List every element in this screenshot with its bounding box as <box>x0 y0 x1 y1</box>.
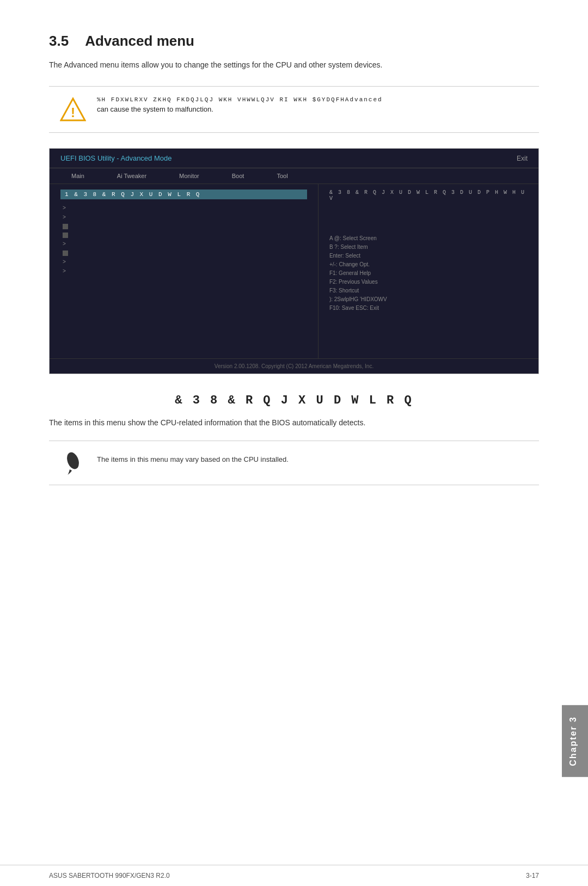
arrow-icon-5: > <box>63 241 66 247</box>
bios-screenshot: UEFI BIOS Utility - Advanced Mode Exit M… <box>49 148 539 374</box>
arrow-icon-7: > <box>63 259 66 265</box>
note-text: The items in this menu may vary based on… <box>97 450 289 465</box>
cpu-config-description: The items in this menu show the CPU-rela… <box>49 417 539 429</box>
bios-menu-monitor: Monitor <box>179 173 199 179</box>
svg-point-2 <box>65 451 81 471</box>
section-number: 3.5 <box>49 33 69 50</box>
warning-box: ! %H FDXWLRXV ZKHQ FKDQJLQJ WKH VHWWLQJV… <box>49 86 539 133</box>
help-key-5: F1: General Help <box>329 269 528 278</box>
section-title: Advanced menu <box>85 33 194 50</box>
bios-entry-4 <box>60 231 307 240</box>
bios-entry-1: > <box>60 204 307 213</box>
help-key-6: F2: Previous Values <box>329 278 528 286</box>
bios-entry-2: > <box>60 213 307 222</box>
help-key-3: Enter: Select <box>329 252 528 260</box>
warning-text: %H FDXWLRXV ZKHQ FKDQJLQJ WKH VHWWLQJV R… <box>97 96 383 113</box>
footer-right: 3-17 <box>526 872 539 879</box>
square-icon-3 <box>63 224 68 229</box>
help-key-7: F3: Shortcut <box>329 286 528 295</box>
warning-icon: ! <box>60 96 86 123</box>
section-heading: 3.5 Advanced menu <box>49 33 539 50</box>
bios-menubar: Main Ai Tweaker Monitor Boot Tool <box>50 168 538 184</box>
bios-menu-boot: Boot <box>232 173 244 179</box>
arrow-icon-1: > <box>63 205 66 211</box>
bios-exit-label: Exit <box>517 155 528 162</box>
square-icon-4 <box>63 233 68 238</box>
bios-section-header: 1 & 3 8 & R Q J X U D W L R Q <box>60 190 307 199</box>
bios-section-header-text: 1 & 3 8 & R Q J X U D W L R Q <box>65 191 200 198</box>
bios-entry-8: > <box>60 267 307 276</box>
bios-title: UEFI BIOS Utility - Advanced Mode <box>60 154 171 162</box>
square-icon-6 <box>63 250 68 256</box>
bios-menu-main: Main <box>71 173 84 179</box>
warning-encoded-text: %H FDXWLRXV ZKHQ FKDQJLQJ WKH VHWWLQJV R… <box>97 96 383 103</box>
bios-entry-7: > <box>60 258 307 267</box>
bios-right-panel: & 3 8 & R Q J X U D W L R Q 3 D U D P H … <box>318 184 538 358</box>
bios-right-header: & 3 8 & R Q J X U D W L R Q 3 D U D P H … <box>329 190 528 201</box>
chapter-label: Chapter 3 <box>568 716 578 766</box>
svg-text:!: ! <box>71 105 75 120</box>
bios-entry-3 <box>60 222 307 231</box>
chapter-tab: Chapter 3 <box>562 705 588 777</box>
bios-menu-entries: > > > > > <box>60 204 307 276</box>
bios-help-keys: A @: Select Screen B ?: Select Item Ente… <box>329 234 528 313</box>
bios-version: Version 2.00.1208. Copyright (C) 2012 Am… <box>50 358 538 374</box>
help-key-9: F10: Save ESC: Exit <box>329 304 528 313</box>
footer-left: ASUS SABERTOOTH 990FX/GEN3 R2.0 <box>49 872 170 879</box>
page-footer: ASUS SABERTOOTH 990FX/GEN3 R2.0 3-17 <box>0 865 588 886</box>
arrow-icon-8: > <box>63 268 66 274</box>
bios-menu-tool: Tool <box>277 173 287 179</box>
help-key-8: ): 2SwlplHG 'HIDXOWV <box>329 295 528 304</box>
bios-topbar: UEFI BIOS Utility - Advanced Mode Exit <box>50 149 538 168</box>
bios-left-panel: 1 & 3 8 & R Q J X U D W L R Q > > > > > <box>50 184 318 358</box>
help-key-1: A @: Select Screen <box>329 234 528 243</box>
cpu-config-heading: & 3 8 & R Q J X U D W L R Q <box>49 394 539 407</box>
note-icon <box>60 450 86 476</box>
help-key-4: +/-: Change Opt. <box>329 260 528 269</box>
warning-normal-text: can cause the system to malfunction. <box>97 105 383 113</box>
note-box: The items in this menu may vary based on… <box>49 441 539 485</box>
bios-body: 1 & 3 8 & R Q J X U D W L R Q > > > > > … <box>50 184 538 358</box>
bios-entry-5: > <box>60 240 307 249</box>
arrow-icon-2: > <box>63 215 66 221</box>
section-description: The Advanced menu items allow you to cha… <box>49 59 539 71</box>
bios-entry-6 <box>60 249 307 258</box>
bios-menu-ai-tweaker: Ai Tweaker <box>117 173 146 179</box>
help-key-2: B ?: Select Item <box>329 243 528 252</box>
